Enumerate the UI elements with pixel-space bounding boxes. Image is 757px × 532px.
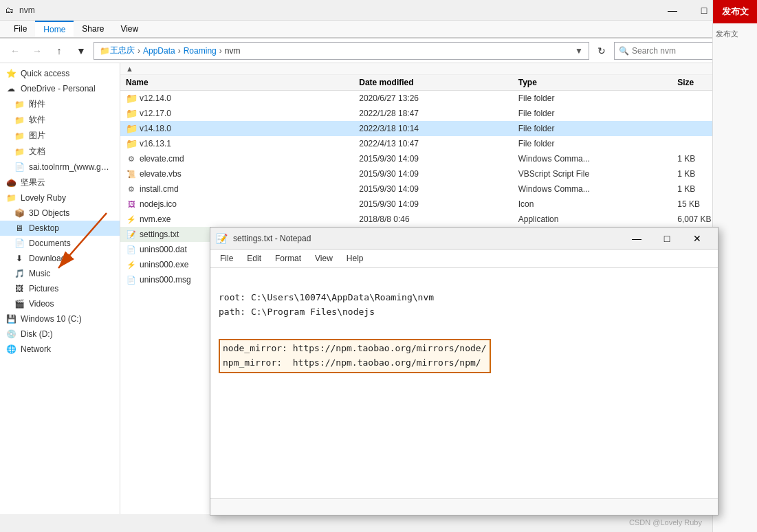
col-header-name[interactable]: Name bbox=[120, 78, 353, 87]
col-header-date[interactable]: Date modified bbox=[353, 78, 513, 87]
sidebar: ⭐ Quick access ☁ OneDrive - Personal 📁 附… bbox=[0, 63, 120, 514]
menu-edit[interactable]: Edit bbox=[240, 251, 268, 266]
file-type: VBScript Script File bbox=[513, 169, 672, 179]
table-row[interactable]: 📁 v16.13.1 2022/4/13 10:47 File folder bbox=[120, 136, 757, 151]
file-type: Windows Comma... bbox=[513, 154, 672, 164]
file-type: File folder bbox=[513, 109, 672, 118]
table-row[interactable]: 📜 elevate.vbs 2015/9/30 14:09 VBScript S… bbox=[120, 166, 757, 181]
sidebar-item-label: Windows 10 (C:) bbox=[21, 314, 82, 324]
table-row[interactable]: ⚙ install.cmd 2015/9/30 14:09 Windows Co… bbox=[120, 181, 757, 197]
sidebar-item-disk-d[interactable]: 💿 Disk (D:) bbox=[0, 326, 120, 342]
sidebar-item-pictures-cn[interactable]: 📁 图片 bbox=[0, 128, 120, 144]
forward-button[interactable]: → bbox=[28, 41, 47, 60]
sidebar-item-pictures[interactable]: 🖼 Pictures bbox=[0, 281, 120, 296]
sidebar-item-quick-access[interactable]: ⭐ Quick access bbox=[0, 66, 120, 81]
sidebar-item-documents-cn[interactable]: 📁 文档 bbox=[0, 144, 120, 159]
file-icon: 📄 bbox=[14, 162, 25, 173]
col-header-type[interactable]: Type bbox=[513, 78, 672, 87]
notepad-title: settings.txt - Notepad bbox=[233, 234, 616, 243]
notepad-titlebar: 📝 settings.txt - Notepad — □ ✕ bbox=[210, 228, 718, 250]
file-date: 2015/9/30 14:09 bbox=[353, 154, 513, 164]
content-line5: npm_mirror: https://npm.taobao.org/mirro… bbox=[223, 357, 481, 368]
notepad-icon: 📝 bbox=[216, 233, 228, 244]
table-row[interactable]: 📁 v14.18.0 2022/3/18 10:14 File folder bbox=[120, 121, 757, 136]
sidebar-item-downloads[interactable]: ⬇ Downloads bbox=[0, 251, 120, 266]
notepad-menu: File Edit Format View Help bbox=[210, 250, 718, 268]
minimize-button[interactable]: — bbox=[657, 0, 688, 21]
ribbon-tab-view[interactable]: View bbox=[112, 21, 146, 37]
folder-icon: 📁 bbox=[126, 93, 137, 104]
file-date: 2022/4/13 10:47 bbox=[353, 139, 513, 148]
menu-file[interactable]: File bbox=[213, 251, 240, 266]
sidebar-item-music[interactable]: 🎵 Music bbox=[0, 266, 120, 281]
sidebar-item-label: Disk (D:) bbox=[21, 329, 53, 339]
ico-icon: 🖼 bbox=[126, 199, 137, 210]
file-list-header: Name Date modified Type Size bbox=[120, 75, 757, 91]
highlighted-section: node_mirror: https://npm.taobao.org/mirr… bbox=[219, 339, 491, 373]
documents-icon: 📄 bbox=[14, 238, 25, 249]
exe-icon: ⚡ bbox=[126, 214, 137, 225]
ribbon-tab-share[interactable]: Share bbox=[74, 21, 112, 37]
sidebar-item-windows-c[interactable]: 💾 Windows 10 (C:) bbox=[0, 311, 120, 326]
table-row[interactable]: 🖼 nodejs.ico 2015/9/30 14:09 Icon 15 KB bbox=[120, 197, 757, 212]
menu-view[interactable]: View bbox=[308, 251, 340, 266]
sidebar-item-3d-objects[interactable]: 📦 3D Objects bbox=[0, 206, 120, 221]
sidebar-item-software[interactable]: 📁 软件 bbox=[0, 112, 120, 128]
right-panel-sub: 发布文 bbox=[716, 29, 754, 39]
vbs-icon: 📜 bbox=[126, 168, 137, 179]
path-user[interactable]: 王忠庆 bbox=[110, 45, 135, 56]
path-appdata[interactable]: AppData bbox=[143, 46, 175, 56]
sidebar-item-label: Documents bbox=[29, 239, 71, 248]
sidebar-item-network[interactable]: 🌐 Network bbox=[0, 342, 120, 357]
sidebar-item-label: Network bbox=[21, 344, 51, 354]
ribbon-tab-file[interactable]: File bbox=[6, 21, 35, 37]
publish-button[interactable]: 发布文 bbox=[713, 0, 757, 23]
menu-format[interactable]: Format bbox=[268, 251, 308, 266]
search-icon: 🔍 bbox=[619, 46, 629, 56]
sidebar-item-label: 图片 bbox=[29, 130, 45, 142]
folder-icon: 📁 bbox=[14, 131, 25, 142]
sidebar-item-onedrive[interactable]: ☁ OneDrive - Personal bbox=[0, 81, 120, 96]
notepad-maximize[interactable]: □ bbox=[652, 229, 682, 248]
title-bar: 🗂 nvm — □ ✕ bbox=[0, 0, 757, 21]
table-row[interactable]: ⚙ elevate.cmd 2015/9/30 14:09 Windows Co… bbox=[120, 151, 757, 166]
path-roaming[interactable]: Roaming bbox=[184, 46, 217, 56]
sidebar-item-label: 坚果云 bbox=[21, 177, 45, 188]
disk-icon: 💿 bbox=[6, 329, 17, 340]
folder-icon: 📁 bbox=[126, 108, 137, 119]
table-row[interactable]: 📁 v12.14.0 2020/6/27 13:26 File folder bbox=[120, 91, 757, 106]
sidebar-item-desktop[interactable]: 🖥 Desktop bbox=[0, 221, 120, 236]
table-row[interactable]: ⚡ nvm.exe 2018/8/8 0:46 Application 6,00… bbox=[120, 212, 757, 227]
file-type: Windows Comma... bbox=[513, 184, 672, 194]
folder-icon: 📁 bbox=[14, 115, 25, 126]
sidebar-item-videos[interactable]: 🎬 Videos bbox=[0, 296, 120, 311]
notepad-content[interactable]: root: C:\Users\10074\AppData\Roaming\nvm… bbox=[210, 268, 718, 498]
sidebar-item-sai[interactable]: 📄 sai.toolnrm_(www.gree... bbox=[0, 159, 120, 175]
recent-button[interactable]: ▼ bbox=[72, 41, 91, 60]
table-row[interactable]: 📁 v12.17.0 2022/1/28 18:47 File folder bbox=[120, 106, 757, 121]
back-button[interactable]: ← bbox=[6, 41, 25, 60]
sidebar-item-jianguoyun[interactable]: 🌰 坚果云 bbox=[0, 175, 120, 190]
window-title: nvm bbox=[19, 5, 657, 15]
downloads-icon: ⬇ bbox=[14, 253, 25, 264]
folder-icon: 📁 bbox=[6, 192, 17, 203]
txt-icon: 📝 bbox=[126, 229, 137, 240]
path-current: nvm bbox=[225, 46, 241, 56]
sidebar-item-label: 软件 bbox=[29, 114, 45, 126]
onedrive-icon: ☁ bbox=[6, 83, 17, 94]
notepad-controls: — □ ✕ bbox=[622, 229, 712, 248]
sidebar-item-documents[interactable]: 📄 Documents bbox=[0, 236, 120, 251]
notepad-minimize[interactable]: — bbox=[622, 229, 652, 248]
address-path[interactable]: 📁 王忠庆 › AppData › Roaming › nvm ▼ bbox=[94, 42, 589, 60]
up-button[interactable]: ↑ bbox=[50, 41, 69, 60]
refresh-button[interactable]: ↻ bbox=[592, 41, 611, 60]
file-type: Application bbox=[513, 214, 672, 224]
sidebar-item-attachments[interactable]: 📁 附件 bbox=[0, 96, 120, 112]
content-line1: root: C:\Users\10074\AppData\Roaming\nvm bbox=[219, 292, 434, 302]
path-dropdown[interactable]: ▼ bbox=[575, 46, 583, 56]
sidebar-item-label: Music bbox=[29, 269, 50, 278]
notepad-close[interactable]: ✕ bbox=[682, 229, 712, 248]
sidebar-item-lovely-ruby[interactable]: 📁 Lovely Ruby bbox=[0, 190, 120, 206]
menu-help[interactable]: Help bbox=[340, 251, 371, 266]
ribbon-tab-home[interactable]: Home bbox=[35, 21, 74, 37]
